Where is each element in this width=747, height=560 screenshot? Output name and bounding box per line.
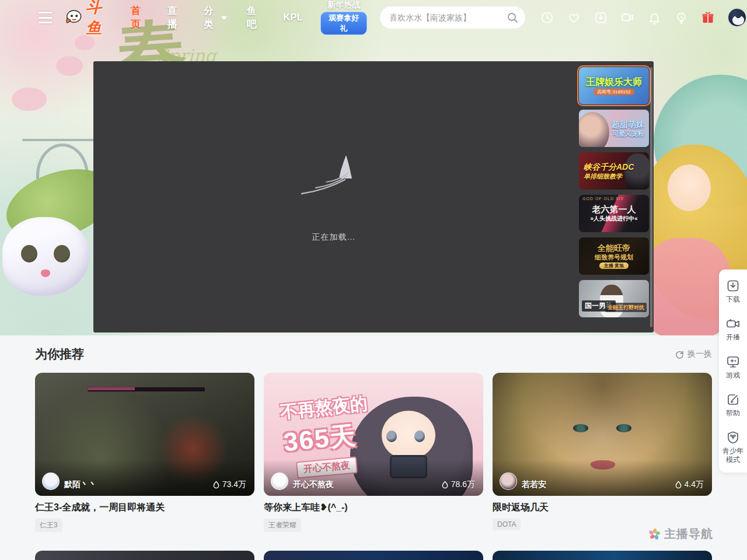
refresh-button[interactable]: 换一换 <box>675 349 712 359</box>
toolbar-label: 青少年模式 <box>721 447 745 464</box>
mascot-eye <box>54 245 70 262</box>
nav-item-live[interactable]: 直播 <box>167 4 184 31</box>
loading-fin-icon <box>296 152 372 205</box>
stream-thumbnail[interactable]: 不再熬夜的 365天 开心不熬夜 开心不熬夜 78.6万 <box>264 373 483 496</box>
notifications-button[interactable] <box>647 10 662 25</box>
promo-card-ace-entertainment[interactable]: 王牌娱乐大师 房间号:3185152 <box>579 67 649 104</box>
clock-icon <box>540 11 554 24</box>
lamp-icon <box>675 11 688 24</box>
game-monitor-icon <box>726 355 740 369</box>
stream-card[interactable]: 不再熬夜的 365天 开心不熬夜 开心不熬夜 78.6万 等你来上车哇❥(^_-… <box>264 373 483 532</box>
anchor-nav-watermark[interactable]: 主播导航 <box>648 526 713 542</box>
search-input[interactable] <box>389 13 507 22</box>
next-row-partial <box>35 551 712 560</box>
event-badge[interactable]: 观赛拿好礼 <box>320 12 367 35</box>
recommend-cards: 默陌丶丶 73.4万 仁王3-全成就，一周目即将通关 仁王3 <box>35 373 712 532</box>
game-tag[interactable]: DOTA <box>493 519 521 530</box>
thumb-text-line1: 不再熬夜的 <box>279 391 368 424</box>
stream-thumbnail[interactable]: 默陌丶丶 73.4万 <box>35 373 254 496</box>
nav-item-yuba[interactable]: 鱼吧 <box>247 4 263 31</box>
promo-card-adc-teaching[interactable]: 峡谷千分ADC 单排细致教学 <box>579 152 649 190</box>
blossom-art <box>56 56 83 76</box>
stream-card[interactable]: 若若安 4.4万 限时返场几天 DOTA <box>493 373 712 532</box>
game-tag[interactable]: 仁王3 <box>35 519 62 532</box>
thumb-info-bar: 开心不熬夜 78.6万 <box>264 460 483 496</box>
header-icon-group <box>539 8 747 27</box>
promo-title: 全能旺帝 <box>598 243 630 253</box>
stream-card-partial[interactable] <box>264 551 483 560</box>
streamer-name: 若若安 <box>522 480 675 490</box>
nav-item-home[interactable]: 首页 <box>131 4 147 31</box>
bell-icon <box>648 11 661 24</box>
chevron-down-icon <box>221 16 227 20</box>
loading-text: 正在加载… <box>312 232 356 243</box>
viewer-count: 4.4万 <box>675 480 704 490</box>
douyu-logo[interactable]: 斗鱼 <box>65 0 117 38</box>
stream-title[interactable]: 等你来上车哇❥(^_-) <box>264 502 483 514</box>
download-icon <box>594 11 608 24</box>
toolbar-games[interactable]: 游戏 <box>719 355 747 380</box>
viewer-count-value: 73.4万 <box>222 480 246 490</box>
douyu-fish-icon <box>65 9 83 26</box>
stream-thumbnail[interactable]: 若若安 4.4万 <box>493 373 712 496</box>
stream-card[interactable]: 默陌丶丶 73.4万 仁王3-全成就，一周目即将通关 仁王3 <box>35 373 254 532</box>
section-title: 为你推荐 <box>35 346 84 362</box>
search-bar <box>380 6 525 29</box>
blossom-art <box>12 88 47 111</box>
promo-card-old-six[interactable]: GOD OF OLD SIX 老六第一人 »人头挑战进行中« <box>579 195 649 232</box>
thumb-info-bar: 默陌丶丶 73.4万 <box>35 460 254 496</box>
promo-host-badge: 主播 黄旭 <box>599 262 629 269</box>
girl-dress-art <box>643 238 731 335</box>
toolbar-download[interactable]: 下载 <box>719 279 747 304</box>
streamer-name: 默陌丶丶 <box>64 480 212 490</box>
stream-title[interactable]: 限时返场几天 <box>493 502 712 514</box>
history-button[interactable] <box>539 10 554 25</box>
promo-title: 王牌娱乐大师 <box>586 77 642 87</box>
toolbar-help[interactable]: 帮助 <box>719 393 747 418</box>
streamer-avatar <box>271 473 288 490</box>
teen-shield-icon <box>726 430 740 444</box>
search-icon[interactable] <box>507 12 518 23</box>
toolbar-broadcast[interactable]: 开播 <box>719 317 747 342</box>
nav-item-kpl[interactable]: KPL <box>283 12 303 23</box>
mascot-eye <box>21 245 37 262</box>
broadcast-button[interactable] <box>620 10 635 25</box>
streamer-name: 开心不熬夜 <box>293 480 441 490</box>
promo-top-text: GOD OF OLD SIX <box>582 197 624 201</box>
feedback-pen-icon <box>726 393 740 407</box>
watermark-label: 主播导航 <box>664 526 713 542</box>
heat-icon <box>212 481 220 489</box>
promo-card-top-gunner[interactable]: 国一男枪 全能王打野对抗 <box>579 280 649 317</box>
menu-button[interactable] <box>39 12 53 23</box>
viewer-count: 78.6万 <box>441 480 475 490</box>
mascot-mouth <box>41 270 50 277</box>
gift-button[interactable] <box>700 10 715 25</box>
toolbar-label: 开播 <box>721 333 745 342</box>
toolbar-teen-mode[interactable]: 青少年模式 <box>719 430 747 464</box>
promo-subtitle: 细致养号规划 <box>595 253 633 261</box>
anchor-lamp-button[interactable] <box>673 10 689 25</box>
stream-card-partial[interactable] <box>35 551 254 560</box>
promo-card-account-plan[interactable]: 全能旺帝 细致养号规划 主播 黄旭 <box>579 237 649 275</box>
nav-item-categories[interactable]: 分类 <box>204 4 227 31</box>
follow-button[interactable] <box>566 10 581 25</box>
stream-card-partial[interactable] <box>493 551 712 560</box>
game-tag[interactable]: 王者荣耀 <box>264 519 301 532</box>
user-avatar[interactable] <box>727 8 747 27</box>
promo-title: 峡谷千分ADC <box>584 162 634 172</box>
top-header: 斗鱼 首页 直播 分类 鱼吧 KPL 新年热战 观赛拿好礼 <box>0 0 747 35</box>
anime-girl-eye <box>414 430 425 442</box>
toolbar-label: 帮助 <box>721 409 745 418</box>
live-player-stage: 正在加载… 王牌娱乐大师 房间号:3185152 超甜萌妹 可爱又宠粉 峡谷千分… <box>93 61 654 332</box>
heat-icon <box>441 481 449 489</box>
promo-subtitle: 可爱又宠粉 <box>612 130 644 138</box>
video-player[interactable]: 正在加载… <box>93 61 574 332</box>
bridge-art <box>22 133 97 167</box>
promo-subtitle: »人头挑战进行中« <box>590 215 637 223</box>
promo-scrollbar[interactable] <box>650 67 652 327</box>
promo-card-sweet-girl[interactable]: 超甜萌妹 可爱又宠粉 <box>579 110 649 147</box>
toolbar-label: 下载 <box>721 295 745 304</box>
stream-title[interactable]: 仁王3-全成就，一周目即将通关 <box>35 502 254 514</box>
nav-item-event[interactable]: 新年热战 观赛拿好礼 <box>320 0 367 35</box>
download-button[interactable] <box>593 10 608 25</box>
